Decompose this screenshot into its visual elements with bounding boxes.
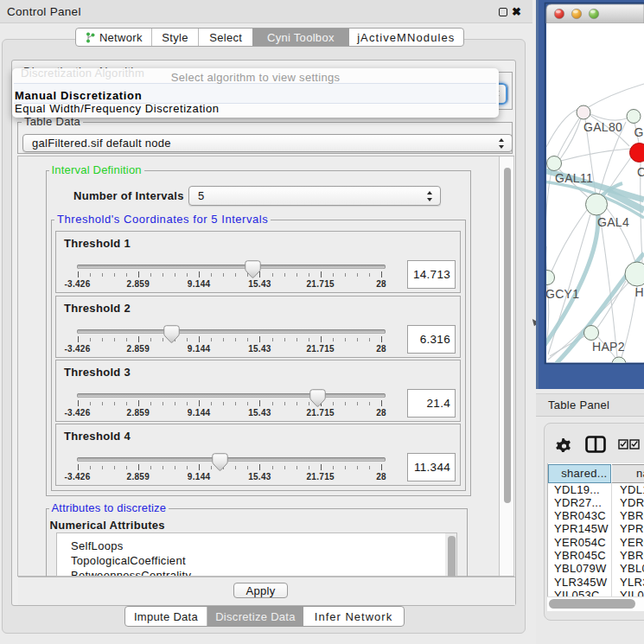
svg-text:H: H: [635, 285, 644, 299]
svg-text:GAL80: GAL80: [583, 120, 622, 134]
svg-text:GAL11: GAL11: [555, 171, 593, 185]
svg-text:GAL4: GAL4: [597, 215, 629, 229]
svg-text:HAP2: HAP2: [592, 340, 625, 354]
svg-text:G.: G.: [634, 125, 644, 139]
svg-text:C: C: [637, 165, 644, 179]
svg-text:GCY1: GCY1: [545, 287, 579, 301]
